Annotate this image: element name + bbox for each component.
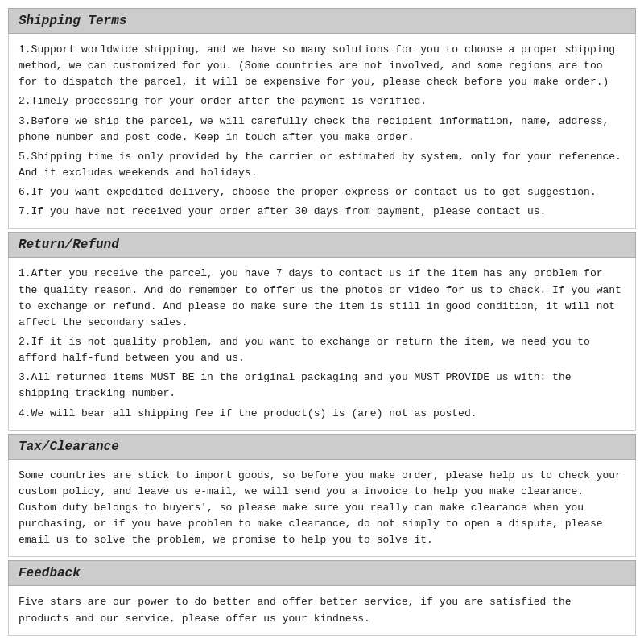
- page-wrapper: Shipping Terms1.Support worldwide shippi…: [0, 0, 644, 644]
- paragraph: 5.Shipping time is only provided by the …: [19, 149, 625, 181]
- paragraph: 7.If you have not received your order af…: [19, 204, 625, 220]
- return-header: Return/Refund: [8, 232, 636, 258]
- shipping-body: 1.Support worldwide shipping, and we hav…: [8, 34, 636, 229]
- paragraph: 2.If it is not quality problem, and you …: [19, 334, 625, 366]
- section-feedback: FeedbackFive stars are our power to do b…: [8, 560, 636, 635]
- feedback-body: Five stars are our power to do better an…: [8, 586, 636, 635]
- paragraph: 1.After you receive the parcel, you have…: [19, 266, 625, 331]
- paragraph: 6.If you want expedited delivery, choose…: [19, 184, 625, 200]
- paragraph: Five stars are our power to do better an…: [19, 594, 625, 626]
- section-tax: Tax/ClearanceSome countries are stick to…: [8, 434, 636, 558]
- paragraph: 2.Timely processing for your order after…: [19, 93, 625, 109]
- section-return: Return/Refund1.After you receive the par…: [8, 232, 636, 430]
- paragraph: 3.All returned items MUST BE in the orig…: [19, 369, 625, 402]
- feedback-header: Feedback: [8, 560, 636, 586]
- paragraph: Some countries are stick to import goods…: [19, 468, 625, 549]
- paragraph: 1.Support worldwide shipping, and we hav…: [19, 42, 625, 90]
- return-body: 1.After you receive the parcel, you have…: [8, 258, 636, 430]
- paragraph: 3.Before we ship the parcel, we will car…: [19, 114, 625, 146]
- section-shipping: Shipping Terms1.Support worldwide shippi…: [8, 8, 636, 229]
- paragraph: 4.We will bear all shipping fee if the p…: [19, 406, 625, 422]
- tax-body: Some countries are stick to import goods…: [8, 460, 636, 558]
- shipping-header: Shipping Terms: [8, 8, 636, 34]
- tax-header: Tax/Clearance: [8, 434, 636, 460]
